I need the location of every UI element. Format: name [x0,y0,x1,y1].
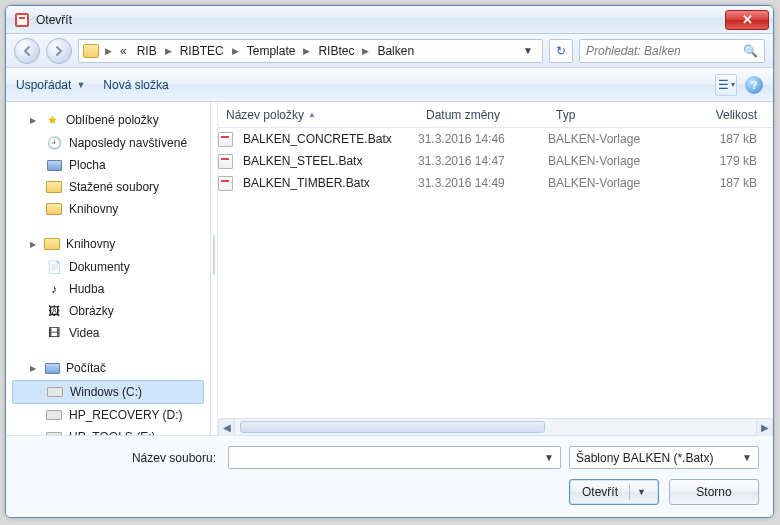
library-icon [46,201,62,217]
breadcrumb[interactable]: ▶ « RIB ▶ RIBTEC ▶ Template ▶ RIBtec ▶ B… [78,39,543,63]
breadcrumb-part[interactable]: RIBTEC [178,44,226,58]
chevron-right-icon: ▶ [232,46,239,56]
tree-item-documents[interactable]: 📄Dokumenty [6,256,210,278]
tree-label: Oblíbené položky [66,113,159,127]
expand-icon[interactable]: ▶ [28,240,38,249]
svg-rect-1 [17,15,27,25]
file-icon [218,154,233,169]
sort-asc-icon: ▲ [308,110,316,119]
tree-item-videos[interactable]: 🎞Videa [6,322,210,344]
file-icon [218,132,233,147]
close-button[interactable]: ✕ [725,10,769,30]
tree-group-favorites[interactable]: ▶ ★ Oblíbené položky [6,108,210,132]
tree-item-drive-c[interactable]: Windows (C:) [12,380,204,404]
refresh-icon: ↻ [556,44,566,58]
library-icon [44,236,60,252]
file-type-filter[interactable]: Šablony BALKEN (*.Batx) ▼ [569,446,759,469]
new-folder-button[interactable]: Nová složka [103,78,168,92]
desktop-icon [46,157,62,173]
file-icon [218,176,233,191]
breadcrumb-part[interactable]: Template [245,44,298,58]
open-button-label: Otevřít [582,485,618,499]
scroll-thumb[interactable] [240,421,545,433]
tree-item-drive-e[interactable]: HP_TOOLS (E:) [6,426,210,435]
tree-label: Knihovny [66,237,115,251]
svg-rect-2 [19,17,25,19]
breadcrumb-overflow[interactable]: « [118,44,129,58]
music-icon: ♪ [46,281,62,297]
app-icon [14,12,30,28]
drive-icon [47,384,63,400]
cancel-button-label: Storno [696,485,731,499]
column-type[interactable]: Typ [548,108,678,122]
downloads-icon [46,179,62,195]
document-icon: 📄 [46,259,62,275]
breadcrumb-history-dropdown[interactable]: ▼ [518,45,538,56]
filename-label: Název souboru: [20,451,220,465]
chevron-down-icon[interactable]: ▼ [544,452,554,463]
horizontal-scrollbar[interactable]: ◀ ▶ [218,418,773,435]
forward-button[interactable] [46,38,72,64]
chevron-right-icon: ▶ [303,46,310,56]
bottom-panel: Název souboru: ▼ Šablony BALKEN (*.Batx)… [6,435,773,517]
titlebar: Otevřít ✕ [6,6,773,34]
column-date[interactable]: Datum změny [418,108,548,122]
new-folder-label: Nová složka [103,78,168,92]
column-headers: Název položky ▲ Datum změny Typ Velikost [218,102,773,128]
filename-input[interactable]: ▼ [228,446,561,469]
chevron-right-icon: ▶ [105,46,112,56]
refresh-button[interactable]: ↻ [549,39,573,63]
drive-icon [46,407,62,423]
file-row[interactable]: BALKEN_STEEL.Batx 31.3.2016 14:47 BALKEN… [218,150,773,172]
cancel-button[interactable]: Storno [669,479,759,505]
tree-group-libraries[interactable]: ▶ Knihovny [6,232,210,256]
column-size[interactable]: Velikost [678,108,773,122]
view-icon: ☰ [718,78,729,92]
view-mode-button[interactable]: ☰ ▾ [715,74,737,96]
file-row[interactable]: BALKEN_CONCRETE.Batx 31.3.2016 14:46 BAL… [218,128,773,150]
tree-item-pictures[interactable]: 🖼Obrázky [6,300,210,322]
open-file-dialog: Otevřít ✕ ▶ « RIB ▶ RIBTEC ▶ Template ▶ … [5,5,774,518]
tree-group-computer[interactable]: ▶ Počítač [6,356,210,380]
breadcrumb-part[interactable]: RIBtec [316,44,356,58]
tree-item-libraries[interactable]: Knihovny [6,198,210,220]
nav-bar: ▶ « RIB ▶ RIBTEC ▶ Template ▶ RIBtec ▶ B… [6,34,773,68]
expand-icon[interactable]: ▶ [28,364,38,373]
chevron-right-icon: ▶ [165,46,172,56]
file-pane: Název položky ▲ Datum změny Typ Velikost… [217,102,773,435]
tree-item-music[interactable]: ♪Hudba [6,278,210,300]
chevron-down-icon[interactable]: ▼ [742,452,752,463]
organize-label: Uspořádat [16,78,71,92]
help-button[interactable]: ? [745,76,763,94]
splitter-handle[interactable] [211,102,217,435]
tree-item-recent[interactable]: 🕘Naposledy navštívené [6,132,210,154]
help-icon: ? [751,79,758,91]
chevron-down-icon: ▼ [76,80,85,90]
chevron-down-icon[interactable]: ▼ [637,487,646,497]
window-title: Otevřít [36,13,72,27]
column-name[interactable]: Název položky ▲ [218,108,418,122]
organize-menu[interactable]: Uspořádat ▼ [16,78,85,92]
file-type-value: Šablony BALKEN (*.Batx) [576,451,713,465]
folder-icon [83,44,99,58]
tree-label: Počítač [66,361,106,375]
breadcrumb-part[interactable]: RIB [135,44,159,58]
chevron-right-icon: ▶ [362,46,369,56]
scroll-left-button[interactable]: ◀ [218,419,235,436]
tree-item-drive-d[interactable]: HP_RECOVERY (D:) [6,404,210,426]
tree-item-downloads[interactable]: Stažené soubory [6,176,210,198]
navigation-tree[interactable]: ▶ ★ Oblíbené položky 🕘Naposledy navštíve… [6,102,211,435]
file-row[interactable]: BALKEN_TIMBER.Batx 31.3.2016 14:49 BALKE… [218,172,773,194]
pictures-icon: 🖼 [46,303,62,319]
chevron-down-icon: ▾ [731,80,735,89]
breadcrumb-part[interactable]: Balken [375,44,416,58]
search-input[interactable]: Prohledat: Balken 🔍 [579,39,765,63]
expand-icon[interactable]: ▶ [28,116,38,125]
scroll-right-button[interactable]: ▶ [756,419,773,436]
file-list[interactable]: BALKEN_CONCRETE.Batx 31.3.2016 14:46 BAL… [218,128,773,418]
open-button[interactable]: Otevřít ▼ [569,479,659,505]
recent-icon: 🕘 [46,135,62,151]
videos-icon: 🎞 [46,325,62,341]
tree-item-desktop[interactable]: Plocha [6,154,210,176]
back-button[interactable] [14,38,40,64]
